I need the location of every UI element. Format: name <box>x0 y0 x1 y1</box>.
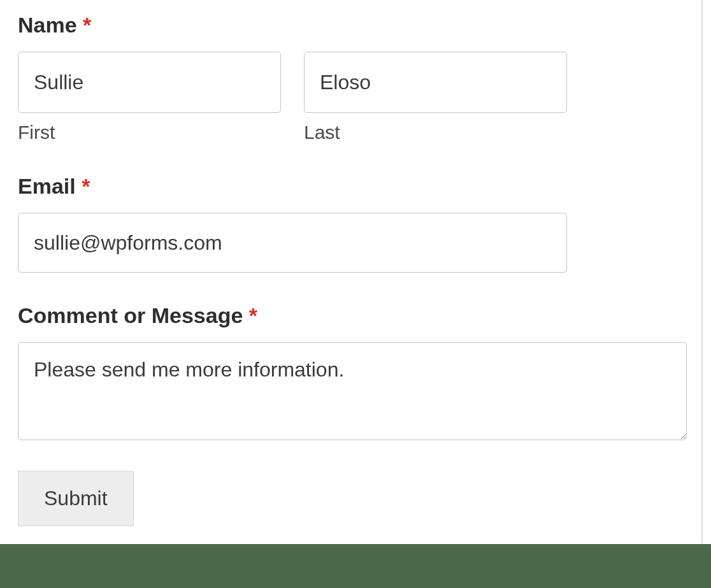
contact-form: Name * First Last Email * Comment or Mes… <box>0 0 711 526</box>
name-label: Name * <box>18 13 693 38</box>
name-required-asterisk: * <box>83 13 91 37</box>
email-input[interactable] <box>18 213 567 273</box>
message-required-asterisk: * <box>249 303 257 327</box>
email-field-group: Email * <box>18 174 693 273</box>
message-label-text: Comment or Message <box>18 303 243 327</box>
name-label-text: Name <box>18 13 77 37</box>
first-name-input[interactable] <box>18 52 281 113</box>
email-label-text: Email <box>18 174 76 198</box>
first-name-column: First <box>18 52 281 143</box>
name-row: First Last <box>18 52 693 143</box>
first-name-sublabel: First <box>18 122 281 143</box>
message-textarea[interactable] <box>18 342 687 440</box>
submit-button[interactable]: Submit <box>18 471 134 526</box>
footer-bar <box>0 544 711 588</box>
last-name-input[interactable] <box>304 52 567 113</box>
email-required-asterisk: * <box>82 174 90 198</box>
message-field-group: Comment or Message * <box>18 303 693 443</box>
name-field-group: Name * First Last <box>18 13 693 143</box>
last-name-column: Last <box>304 52 567 143</box>
email-label: Email * <box>18 174 693 199</box>
last-name-sublabel: Last <box>304 122 567 143</box>
message-label: Comment or Message * <box>18 303 693 328</box>
right-border-divider <box>701 0 703 545</box>
